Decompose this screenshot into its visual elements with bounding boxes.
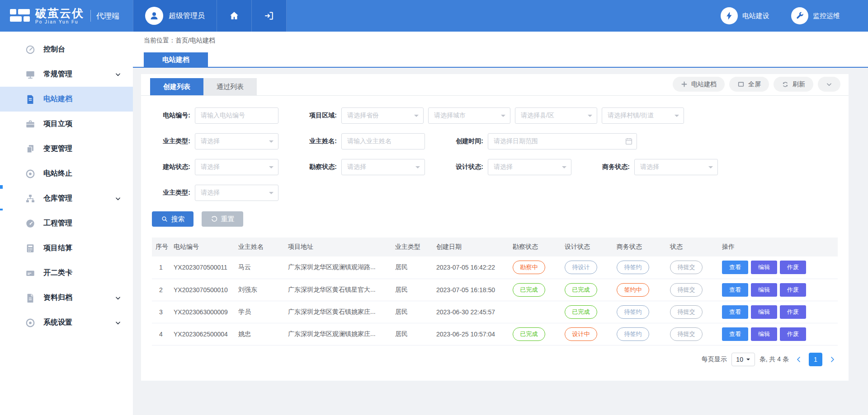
- sidebar-item-3[interactable]: 项目立项: [0, 112, 133, 136]
- sidebar-item-1[interactable]: 常规管理: [0, 62, 133, 87]
- archive-icon: [25, 293, 35, 303]
- search-button[interactable]: 搜索: [152, 211, 193, 227]
- sidebar-item-10[interactable]: 资料归档: [0, 285, 133, 310]
- reset-icon: [211, 215, 218, 223]
- project-region-selects-1[interactable]: 请选择城市: [428, 107, 510, 124]
- cell-no: 4: [152, 323, 170, 345]
- brand-logo-icon: [10, 8, 31, 24]
- status-badge: 待签约: [617, 327, 649, 341]
- chevron-down-icon: [269, 192, 274, 196]
- sidebar-item-8[interactable]: 项目结算: [0, 236, 133, 261]
- sidebar-item-4[interactable]: 变更管理: [0, 136, 133, 161]
- cell-actions: 查看编辑作废: [718, 323, 838, 345]
- placeholder-text: 请输入电站编号: [201, 112, 245, 120]
- reset-label: 重置: [221, 215, 235, 224]
- cell-date: 2023-07-05 16:42:22: [433, 256, 509, 279]
- nav-action-construction[interactable]: 电站建设: [721, 7, 769, 24]
- fullscreen-button[interactable]: 全屏: [729, 77, 769, 92]
- refresh-button[interactable]: 刷新: [774, 77, 813, 92]
- chevron-down-icon: [501, 115, 505, 119]
- breadcrumb-home[interactable]: 首页: [175, 37, 188, 45]
- avatar: [145, 7, 163, 25]
- view-button[interactable]: 查看: [722, 261, 748, 274]
- page-size-select[interactable]: 10: [731, 353, 755, 366]
- void-button[interactable]: 作废: [780, 305, 806, 319]
- sidebar-item-label: 常规管理: [43, 70, 72, 79]
- edit-button[interactable]: 编辑: [751, 327, 777, 341]
- nav-action-operations[interactable]: 监控运维: [791, 7, 840, 24]
- cell-date: 2023-07-05 16:18:50: [433, 279, 509, 301]
- sidebar-item-6[interactable]: 仓库管理: [0, 186, 133, 211]
- design-status-select[interactable]: 请选择: [488, 159, 571, 175]
- sidebar-item-label: 仓库管理: [43, 194, 72, 203]
- page-number-1[interactable]: 1: [809, 353, 822, 366]
- cell-design-status: 设计中: [561, 323, 613, 345]
- cell-actions: 查看编辑作废: [718, 256, 838, 279]
- logout-button[interactable]: [252, 0, 287, 32]
- placeholder-text: 请选择县/区: [521, 112, 554, 120]
- reset-button[interactable]: 重置: [202, 211, 243, 227]
- chevron-down-icon: [415, 166, 420, 171]
- gauge-icon: [25, 219, 35, 228]
- sidebar-item-11[interactable]: 系统设置: [0, 310, 133, 335]
- cell-date: 2023-06-30 22:45:57: [433, 301, 509, 323]
- home-button[interactable]: [217, 0, 252, 32]
- sidebar-item-2[interactable]: 电站建档: [0, 87, 133, 112]
- status-badge: 待设计: [565, 261, 597, 274]
- sidebar-item-label: 开二类卡: [43, 268, 72, 278]
- edit-button[interactable]: 编辑: [751, 261, 777, 274]
- chevron-down-icon: [826, 81, 832, 88]
- page-tab-station-archive[interactable]: 电站建档: [144, 52, 208, 67]
- filter-label: 创建时间:: [445, 137, 483, 145]
- cell-address: 广东深圳龙华区黄石镇姚家庄...: [284, 301, 392, 323]
- next-page-button[interactable]: [827, 356, 838, 363]
- user-menu[interactable]: 超级管理员: [133, 0, 217, 32]
- tab-create-list[interactable]: 创建列表: [150, 78, 203, 95]
- column-header: 操作: [718, 238, 838, 256]
- chevron-down-icon: [562, 166, 566, 171]
- tab-passed-list[interactable]: 通过列表: [203, 78, 257, 95]
- owner-type-select-2[interactable]: 请选择: [195, 185, 278, 201]
- document-icon: [25, 94, 35, 104]
- sidebar-item-7[interactable]: 工程管理: [0, 211, 133, 236]
- cell-status-status: 待提交: [666, 279, 718, 301]
- placeholder-text: 请选择: [201, 163, 220, 171]
- prev-page-button[interactable]: [793, 356, 804, 363]
- edit-button[interactable]: 编辑: [751, 305, 777, 319]
- sidebar-item-9[interactable]: 开二类卡: [0, 261, 133, 285]
- filter-label: 勘察状态:: [298, 163, 337, 171]
- edit-button[interactable]: 编辑: [751, 283, 777, 297]
- view-button[interactable]: 查看: [722, 283, 748, 297]
- cell-survey-status: 已完成: [509, 323, 561, 345]
- void-button[interactable]: 作废: [780, 261, 806, 274]
- target-icon: [25, 169, 35, 179]
- sidebar-item-label: 资料归档: [43, 293, 72, 303]
- build-status-select[interactable]: 请选择: [195, 159, 278, 175]
- collapse-toolbar-button[interactable]: [818, 77, 840, 92]
- owner-name-input[interactable]: 请输入业主姓名: [341, 133, 425, 149]
- survey-status-select[interactable]: 请选择: [341, 159, 425, 175]
- business-status-select[interactable]: 请选择: [634, 159, 718, 175]
- status-badge: 待提交: [670, 327, 703, 341]
- sidebar-item-5[interactable]: 电站终止: [0, 161, 133, 186]
- sidebar-item-0[interactable]: 控制台: [0, 37, 133, 62]
- cell-owner: 马云: [235, 256, 284, 279]
- project-region-selects-0[interactable]: 请选择省份: [341, 107, 424, 124]
- project-region-selects: 请选择省份请选择城市请选择县/区请选择村镇/街道: [341, 107, 684, 124]
- void-button[interactable]: 作废: [780, 327, 806, 341]
- status-badge: 签约中: [617, 283, 649, 297]
- create-station-button[interactable]: 电站建档: [673, 77, 725, 92]
- project-region-selects-3[interactable]: 请选择村镇/街道: [602, 107, 684, 124]
- navbar-right: 电站建设监控运维: [721, 0, 868, 32]
- create-time-range[interactable]: 请选择日期范围: [488, 133, 637, 149]
- filter-actions: 搜索 重置: [141, 210, 849, 227]
- cell-business-status: 待签约: [613, 323, 666, 345]
- view-button[interactable]: 查看: [722, 327, 748, 341]
- view-button[interactable]: 查看: [722, 305, 748, 319]
- project-region-selects-2[interactable]: 请选择县/区: [515, 107, 597, 124]
- placeholder-text: 请选择省份: [347, 112, 379, 120]
- station-code-input[interactable]: 请输入电站编号: [195, 107, 278, 124]
- owner-type-select[interactable]: 请选择: [195, 133, 278, 149]
- void-button[interactable]: 作废: [780, 283, 806, 297]
- column-header: 创建日期: [433, 238, 509, 256]
